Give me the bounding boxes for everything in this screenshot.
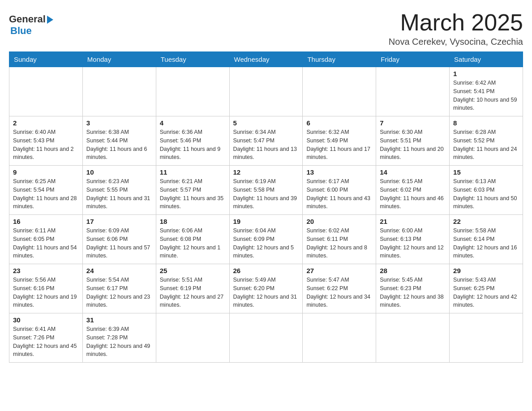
calendar-cell: [229, 313, 303, 363]
day-info: Sunrise: 6:06 AMSunset: 6:08 PMDaylight:…: [160, 227, 226, 260]
weekday-header-thursday: Thursday: [303, 52, 376, 67]
calendar-week-row: 16Sunrise: 6:11 AMSunset: 6:05 PMDayligh…: [9, 215, 523, 264]
day-info: Sunrise: 6:21 AMSunset: 5:57 PMDaylight:…: [160, 177, 226, 211]
calendar-cell: [82, 67, 156, 116]
calendar-week-row: 30Sunrise: 6:41 AMSunset: 7:26 PMDayligh…: [9, 313, 523, 363]
calendar-cell: 20Sunrise: 6:02 AMSunset: 6:11 PMDayligh…: [303, 215, 376, 264]
logo-general-row: General: [9, 13, 53, 25]
logo-triangle-icon: [47, 16, 53, 24]
day-info: Sunrise: 6:28 AMSunset: 5:52 PMDaylight:…: [453, 128, 519, 162]
day-number: 11: [160, 168, 226, 176]
calendar-cell: [376, 67, 450, 116]
day-info: Sunrise: 6:02 AMSunset: 6:11 PMDaylight:…: [306, 227, 372, 260]
calendar-cell: 1Sunrise: 6:42 AMSunset: 5:41 PMDaylight…: [450, 67, 523, 116]
calendar-cell: 30Sunrise: 6:41 AMSunset: 7:26 PMDayligh…: [9, 313, 83, 363]
calendar-cell: [9, 67, 83, 116]
day-number: 9: [13, 168, 79, 176]
calendar-table: SundayMondayTuesdayWednesdayThursdayFrid…: [9, 51, 523, 363]
day-info: Sunrise: 6:38 AMSunset: 5:44 PMDaylight:…: [86, 128, 152, 162]
day-info: Sunrise: 5:56 AMSunset: 6:16 PMDaylight:…: [13, 276, 79, 309]
day-info: Sunrise: 6:41 AMSunset: 7:26 PMDaylight:…: [13, 325, 79, 359]
calendar-cell: 8Sunrise: 6:28 AMSunset: 5:52 PMDaylight…: [450, 116, 523, 166]
day-number: 31: [86, 316, 152, 324]
calendar-cell: 29Sunrise: 5:43 AMSunset: 6:25 PMDayligh…: [450, 264, 523, 313]
day-number: 13: [306, 168, 372, 176]
day-number: 18: [160, 218, 226, 225]
weekday-header-sunday: Sunday: [9, 52, 83, 67]
calendar-cell: [229, 67, 303, 116]
day-info: Sunrise: 5:49 AMSunset: 6:20 PMDaylight:…: [233, 276, 299, 309]
day-number: 21: [380, 218, 446, 225]
calendar-cell: 15Sunrise: 6:13 AMSunset: 6:03 PMDayligh…: [450, 166, 523, 215]
day-number: 5: [233, 119, 299, 127]
calendar-cell: 19Sunrise: 6:04 AMSunset: 6:09 PMDayligh…: [229, 215, 303, 264]
month-title: March 2025: [389, 9, 523, 36]
calendar-cell: 7Sunrise: 6:30 AMSunset: 5:51 PMDaylight…: [376, 116, 450, 166]
day-number: 30: [13, 316, 79, 324]
day-number: 15: [453, 168, 519, 176]
day-info: Sunrise: 6:09 AMSunset: 6:06 PMDaylight:…: [86, 227, 152, 260]
day-info: Sunrise: 6:13 AMSunset: 6:03 PMDaylight:…: [453, 177, 519, 211]
day-info: Sunrise: 6:36 AMSunset: 5:46 PMDaylight:…: [160, 128, 226, 162]
calendar-cell: 21Sunrise: 6:00 AMSunset: 6:13 PMDayligh…: [376, 215, 450, 264]
title-area: March 2025 Nova Cerekev, Vysocina, Czech…: [389, 9, 523, 47]
calendar-cell: 25Sunrise: 5:51 AMSunset: 6:19 PMDayligh…: [156, 264, 229, 313]
calendar-cell: 28Sunrise: 5:45 AMSunset: 6:23 PMDayligh…: [376, 264, 450, 313]
calendar-cell: [156, 313, 229, 363]
day-number: 23: [13, 267, 79, 274]
day-number: 25: [160, 267, 226, 274]
calendar-cell: 14Sunrise: 6:15 AMSunset: 6:02 PMDayligh…: [376, 166, 450, 215]
day-info: Sunrise: 6:17 AMSunset: 6:00 PMDaylight:…: [306, 177, 372, 211]
day-info: Sunrise: 5:43 AMSunset: 6:25 PMDaylight:…: [453, 276, 519, 309]
calendar-cell: 5Sunrise: 6:34 AMSunset: 5:47 PMDaylight…: [229, 116, 303, 166]
day-number: 14: [380, 168, 446, 176]
day-number: 17: [86, 218, 152, 225]
day-info: Sunrise: 5:54 AMSunset: 6:17 PMDaylight:…: [86, 276, 152, 309]
day-number: 8: [453, 119, 519, 127]
calendar-cell: 6Sunrise: 6:32 AMSunset: 5:49 PMDaylight…: [303, 116, 376, 166]
day-info: Sunrise: 5:47 AMSunset: 6:22 PMDaylight:…: [306, 276, 372, 309]
calendar-cell: 31Sunrise: 6:39 AMSunset: 7:28 PMDayligh…: [82, 313, 156, 363]
header: General Blue March 2025 Nova Cerekev, Vy…: [9, 9, 523, 47]
calendar-cell: [303, 313, 376, 363]
calendar-header-row: SundayMondayTuesdayWednesdayThursdayFrid…: [9, 52, 523, 67]
day-info: Sunrise: 6:23 AMSunset: 5:55 PMDaylight:…: [86, 177, 152, 211]
day-number: 10: [86, 168, 152, 176]
weekday-header-tuesday: Tuesday: [156, 52, 229, 67]
day-info: Sunrise: 6:30 AMSunset: 5:51 PMDaylight:…: [380, 128, 446, 162]
day-number: 3: [86, 119, 152, 127]
calendar-week-row: 1Sunrise: 6:42 AMSunset: 5:41 PMDaylight…: [9, 67, 523, 116]
day-number: 28: [380, 267, 446, 274]
day-info: Sunrise: 6:39 AMSunset: 7:28 PMDaylight:…: [86, 325, 152, 359]
calendar-week-row: 23Sunrise: 5:56 AMSunset: 6:16 PMDayligh…: [9, 264, 523, 313]
day-info: Sunrise: 6:11 AMSunset: 6:05 PMDaylight:…: [13, 227, 79, 260]
day-number: 24: [86, 267, 152, 274]
calendar-cell: 18Sunrise: 6:06 AMSunset: 6:08 PMDayligh…: [156, 215, 229, 264]
day-info: Sunrise: 6:32 AMSunset: 5:49 PMDaylight:…: [306, 128, 372, 162]
day-number: 19: [233, 218, 299, 225]
day-number: 7: [380, 119, 446, 127]
weekday-header-saturday: Saturday: [450, 52, 523, 67]
day-info: Sunrise: 6:40 AMSunset: 5:43 PMDaylight:…: [13, 128, 79, 162]
day-number: 12: [233, 168, 299, 176]
calendar-cell: 12Sunrise: 6:19 AMSunset: 5:58 PMDayligh…: [229, 166, 303, 215]
calendar-cell: 27Sunrise: 5:47 AMSunset: 6:22 PMDayligh…: [303, 264, 376, 313]
day-number: 6: [306, 119, 372, 127]
calendar-cell: 3Sunrise: 6:38 AMSunset: 5:44 PMDaylight…: [82, 116, 156, 166]
calendar-cell: 10Sunrise: 6:23 AMSunset: 5:55 PMDayligh…: [82, 166, 156, 215]
day-number: 16: [13, 218, 79, 225]
calendar-cell: 26Sunrise: 5:49 AMSunset: 6:20 PMDayligh…: [229, 264, 303, 313]
day-info: Sunrise: 6:04 AMSunset: 6:09 PMDaylight:…: [233, 227, 299, 260]
day-info: Sunrise: 6:15 AMSunset: 6:02 PMDaylight:…: [380, 177, 446, 211]
day-number: 2: [13, 119, 79, 127]
weekday-header-wednesday: Wednesday: [229, 52, 303, 67]
day-number: 26: [233, 267, 299, 274]
calendar-cell: 17Sunrise: 6:09 AMSunset: 6:06 PMDayligh…: [82, 215, 156, 264]
logo-blue-text: Blue: [10, 25, 32, 37]
calendar-cell: 9Sunrise: 6:25 AMSunset: 5:54 PMDaylight…: [9, 166, 83, 215]
calendar-cell: [303, 67, 376, 116]
day-info: Sunrise: 5:45 AMSunset: 6:23 PMDaylight:…: [380, 276, 446, 309]
day-info: Sunrise: 6:19 AMSunset: 5:58 PMDaylight:…: [233, 177, 299, 211]
calendar-cell: 2Sunrise: 6:40 AMSunset: 5:43 PMDaylight…: [9, 116, 83, 166]
calendar-cell: [450, 313, 523, 363]
